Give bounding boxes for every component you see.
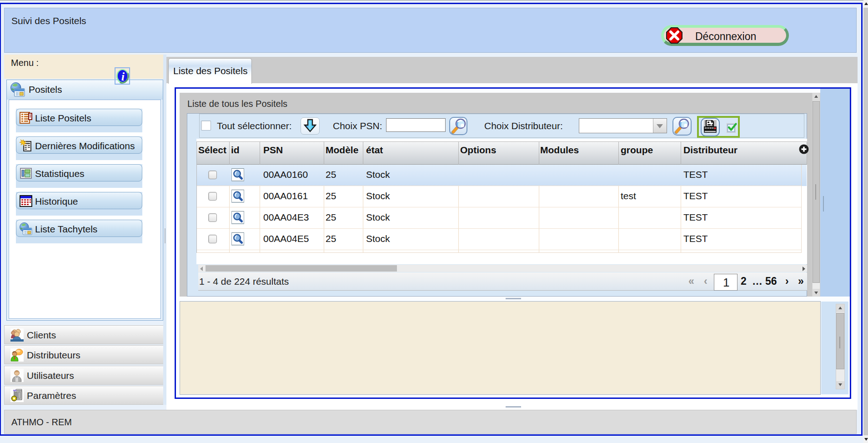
svg-text:i: i xyxy=(121,70,125,83)
